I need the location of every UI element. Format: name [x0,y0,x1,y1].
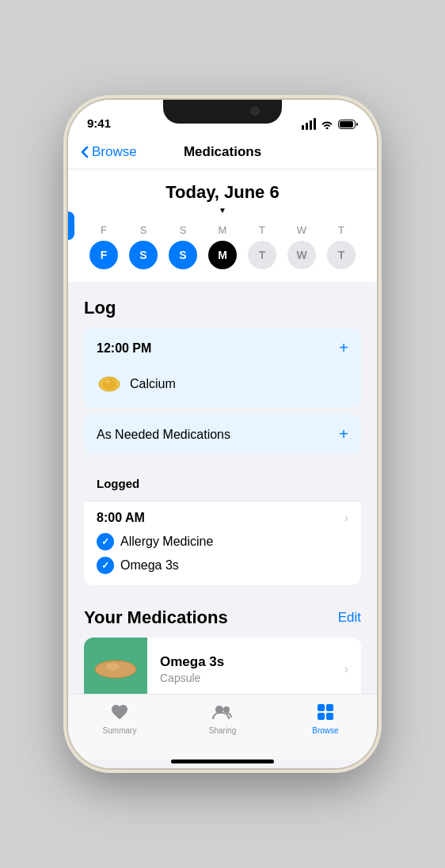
front-camera [250,106,260,116]
allergy-med-row: ✓ Allergy Medicine [84,531,361,555]
summary-tab-label: Summary [103,726,137,735]
back-button[interactable]: Browse [81,144,137,160]
wifi-icon [321,120,333,129]
scroll-content[interactable]: Today, June 6 ▼ F F S S S S [68,169,377,694]
logged-time: 8:00 AM [97,511,145,525]
edit-button[interactable]: Edit [338,610,361,626]
svg-point-10 [223,706,230,713]
calcium-icon [97,371,122,397]
calcium-row: Calcium [84,368,361,408]
tab-bar: Summary Sharing [68,694,377,760]
add-noon-button[interactable]: + [339,339,348,357]
week-day-f: F F [89,224,118,269]
svg-rect-12 [326,704,333,711]
omega-medication-card[interactable]: Omega 3s Capsule › [84,638,361,694]
week-indicator-dot [68,211,74,240]
week-row: F F S S S S M M [84,221,361,282]
svg-rect-13 [318,713,325,720]
week-day-m[interactable]: M M [208,224,237,269]
svg-point-8 [106,663,119,671]
tab-summary[interactable]: Summary [68,701,171,735]
home-indicator [171,760,274,763]
omega-info: Omega 3s Capsule [147,641,344,694]
week-day-s2: S S [169,224,197,269]
notch [163,100,282,124]
logged-header: Logged [84,467,361,501]
noon-medication-card[interactable]: 12:00 PM + [84,328,361,408]
add-as-needed-button[interactable]: + [339,425,348,444]
date-arrow: ▼ [84,206,361,215]
omega-med-name: Omega 3s [120,558,179,573]
date-title: Today, June 6 [84,182,361,203]
omega-name: Omega 3s [160,654,332,670]
log-title: Log [84,298,361,318]
browse-tab-label: Browse [312,726,338,735]
week-day-t2[interactable]: T T [327,224,356,269]
omega-med-row: ✓ Omega 3s [84,555,361,585]
phone-wrapper: 9:41 [0,0,445,868]
nav-title: Medications [184,144,261,160]
svg-point-5 [105,380,110,383]
nav-bar: Browse Medications [68,135,377,169]
battery-icon [338,120,358,129]
omega-thumbnail [84,638,147,694]
svg-rect-14 [326,713,333,720]
your-medications-header: Your Medications Edit [68,592,377,638]
logged-time-row[interactable]: 8:00 AM › [84,501,361,531]
sharing-icon [211,701,234,723]
date-header: Today, June 6 ▼ F F S S S S [68,169,377,282]
logged-chevron-icon: › [344,511,348,525]
week-day-t1[interactable]: T T [248,224,276,269]
signal-icon [302,118,316,130]
noon-time-row: 12:00 PM + [84,328,361,368]
as-needed-card[interactable]: As Needed Medications + [84,414,361,455]
summary-icon [108,701,131,723]
allergy-med-name: Allergy Medicine [120,535,213,549]
svg-point-4 [102,379,116,390]
as-needed-row: As Needed Medications + [84,414,361,455]
as-needed-label: As Needed Medications [97,428,230,442]
noon-time: 12:00 PM [97,341,151,356]
svg-rect-1 [340,121,353,128]
allergy-check-icon: ✓ [97,533,114,550]
calcium-name: Calcium [130,377,176,391]
browse-icon [314,701,337,723]
logged-section: Logged 8:00 AM › ✓ Allergy Medicine [68,461,377,585]
screen: 9:41 [68,100,377,768]
sharing-tab-label: Sharing [209,726,236,735]
omega-chevron-icon: › [344,662,361,676]
logged-title: Logged [97,477,139,490]
status-time: 9:41 [87,116,111,130]
tab-sharing[interactable]: Sharing [171,701,274,735]
log-section: Log 12:00 PM + [68,282,377,455]
tab-browse[interactable]: Browse [274,701,377,735]
your-medications-title: Your Medications [84,607,228,628]
svg-rect-11 [318,704,325,711]
week-day-s1: S S [129,224,158,269]
phone-frame: 9:41 [68,100,377,768]
omega-type: Capsule [160,672,332,684]
status-icons [302,118,358,130]
omega-check-icon: ✓ [97,557,114,574]
logged-card: Logged 8:00 AM › ✓ Allergy Medicine [84,467,361,585]
week-day-w[interactable]: W W [287,224,316,269]
